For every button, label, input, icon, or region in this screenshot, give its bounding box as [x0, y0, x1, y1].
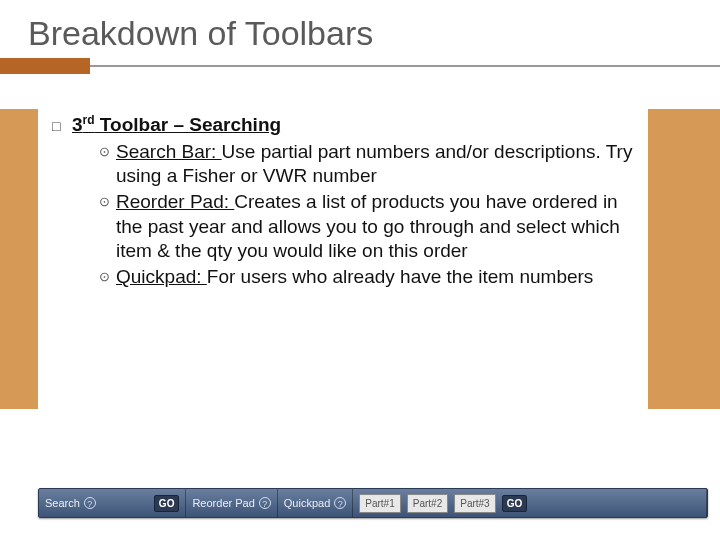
slide-title: Breakdown of Toolbars	[0, 0, 720, 63]
sub-list: ⊙ Search Bar: Use partial part numbers a…	[72, 140, 642, 290]
decorative-bar-right	[648, 109, 720, 409]
sub-item-label: Quickpad:	[116, 266, 207, 287]
square-bullet-icon: □	[52, 113, 72, 139]
list-item: ⊙ Quickpad: For users who already have t…	[92, 265, 642, 289]
part-entry-segment: Part#1 Part#2 Part#3 GO	[353, 489, 707, 517]
part3-input[interactable]: Part#3	[454, 494, 495, 513]
search-label: Search	[45, 497, 80, 509]
quickpad-segment[interactable]: Quickpad ?	[278, 489, 353, 517]
title-rule	[0, 63, 720, 69]
sub-item-label: Search Bar:	[116, 141, 222, 162]
circle-bullet-icon: ⊙	[92, 190, 116, 214]
go-button[interactable]: GO	[502, 495, 528, 512]
main-heading: 3rd Toolbar – Searching	[72, 114, 281, 135]
sub-item-label: Reorder Pad:	[116, 191, 234, 212]
main-list-item: □ 3rd Toolbar – Searching ⊙ Search Bar: …	[52, 113, 642, 290]
help-icon[interactable]: ?	[259, 497, 271, 509]
heading-rest: Toolbar – Searching	[95, 114, 282, 135]
body-text: □ 3rd Toolbar – Searching ⊙ Search Bar: …	[38, 109, 648, 409]
list-item: ⊙ Search Bar: Use partial part numbers a…	[92, 140, 642, 189]
part1-input[interactable]: Part#1	[359, 494, 400, 513]
reorder-pad-label: Reorder Pad	[192, 497, 254, 509]
title-rule-accent	[0, 58, 90, 74]
content-area: □ 3rd Toolbar – Searching ⊙ Search Bar: …	[0, 109, 720, 409]
part2-input[interactable]: Part#2	[407, 494, 448, 513]
help-icon[interactable]: ?	[334, 497, 346, 509]
quickpad-label: Quickpad	[284, 497, 330, 509]
reorder-pad-segment[interactable]: Reorder Pad ?	[186, 489, 277, 517]
search-toolbar: Search ? GO Reorder Pad ? Quickpad ? Par…	[38, 488, 708, 518]
help-icon[interactable]: ?	[84, 497, 96, 509]
heading-ordinal-sup: rd	[83, 113, 95, 127]
search-segment[interactable]: Search ? GO	[39, 489, 186, 517]
heading-ordinal: 3	[72, 114, 83, 135]
sub-item-text: For users who already have the item numb…	[207, 266, 594, 287]
go-button[interactable]: GO	[154, 495, 180, 512]
list-item: ⊙ Reorder Pad: Creates a list of product…	[92, 190, 642, 263]
circle-bullet-icon: ⊙	[92, 265, 116, 289]
circle-bullet-icon: ⊙	[92, 140, 116, 164]
title-rule-line	[90, 65, 720, 67]
decorative-bar-left	[0, 109, 38, 409]
